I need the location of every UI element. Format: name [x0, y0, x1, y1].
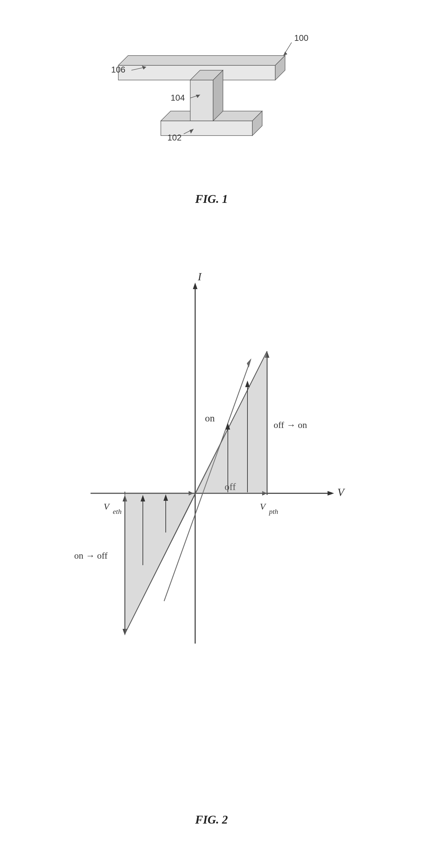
svg-marker-1: [118, 56, 285, 65]
svg-text:on → off: on → off: [74, 551, 108, 561]
svg-text:104: 104: [171, 93, 185, 102]
svg-marker-44: [247, 359, 251, 368]
svg-text:pth: pth: [268, 507, 278, 516]
fig1-section: 100 106 104 102 FIG. 1: [0, 13, 423, 216]
svg-text:V: V: [260, 501, 266, 512]
svg-text:102: 102: [168, 133, 181, 143]
svg-text:off → on: off → on: [274, 420, 307, 430]
svg-text:I: I: [198, 271, 202, 283]
fig1-caption: FIG. 1: [195, 192, 228, 206]
svg-text:eth: eth: [113, 507, 122, 516]
fig2-section: I V V eth V pth: [0, 248, 423, 836]
svg-marker-49: [125, 493, 195, 634]
svg-text:on: on: [205, 412, 215, 423]
svg-marker-24: [328, 491, 334, 496]
fig2-caption: FIG. 2: [195, 813, 228, 827]
fig2-drawing: I V V eth V pth: [64, 258, 359, 787]
svg-marker-6: [190, 80, 213, 121]
svg-marker-10: [283, 52, 288, 56]
svg-text:106: 106: [111, 65, 125, 74]
page-container: 100 106 104 102 FIG. 1: [0, 0, 423, 868]
svg-text:V: V: [337, 486, 345, 498]
fig1-drawing: 100 106 104 102: [89, 23, 334, 173]
svg-marker-22: [193, 283, 198, 289]
svg-text:100: 100: [294, 33, 308, 43]
svg-text:V: V: [103, 501, 110, 512]
svg-marker-58: [245, 380, 250, 387]
